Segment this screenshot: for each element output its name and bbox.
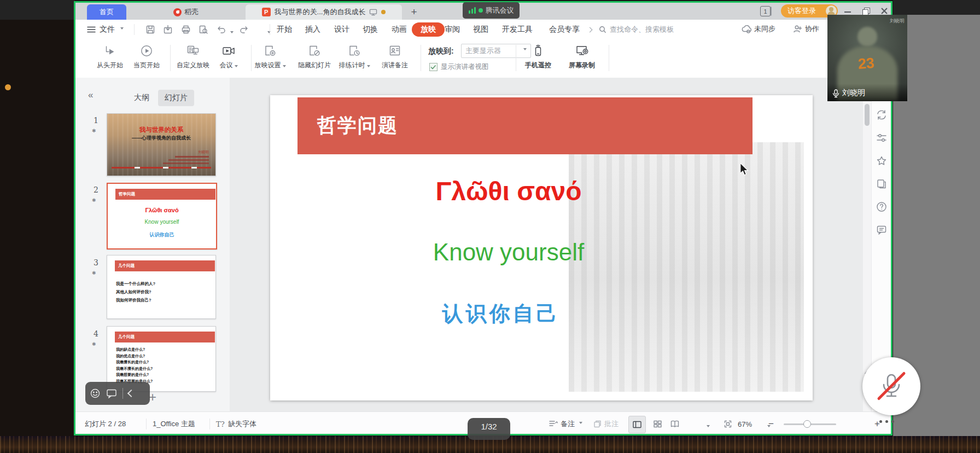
slide-1-animation-icon: ✱ [92, 128, 96, 133]
meeting-reaction-bar[interactable] [85, 382, 150, 405]
collapse-panel-button[interactable]: « [88, 90, 93, 101]
new-tab-button[interactable]: + [406, 4, 422, 20]
zoom-level[interactable]: 67% [738, 412, 752, 435]
chat-icon[interactable] [106, 388, 117, 398]
adjust-sliders-icon[interactable] [876, 132, 887, 143]
comments-button-disabled[interactable]: 批注 [593, 412, 619, 435]
help-icon[interactable] [876, 201, 887, 212]
window-count-badge[interactable]: 1 [760, 6, 771, 16]
view-normal-button-active[interactable] [628, 416, 646, 433]
more-options-dots-icon[interactable] [879, 420, 894, 423]
tab-slides-active[interactable]: 幻灯片 [158, 90, 194, 106]
rehearse-clock-icon [347, 44, 361, 58]
participant-video-tile[interactable]: 23 刘晓明 刘晓明 [827, 15, 907, 101]
hide-slide-icon [307, 44, 322, 58]
ribbon-tab-member[interactable]: 会员专享 [549, 20, 580, 39]
chevron-right-icon[interactable] [587, 27, 593, 33]
ribbon-tab-slideshow-active[interactable]: 放映 [412, 22, 445, 37]
label: 演讲备注 [382, 61, 408, 70]
speaker-notes-button[interactable]: 演讲备注 [375, 44, 415, 70]
copy-pages-icon[interactable] [876, 178, 887, 189]
command-search[interactable]: 查找命令、搜索模板 [599, 24, 736, 35]
view-options-chevron-icon[interactable] [707, 425, 710, 429]
search-icon [599, 26, 606, 33]
tab-outline[interactable]: 大纲 [127, 90, 156, 106]
undo-icon[interactable] [217, 25, 226, 34]
minimize-button[interactable] [843, 7, 852, 15]
slide-english-text[interactable]: Know yourself [270, 239, 747, 266]
emoji-reaction-icon[interactable] [90, 388, 101, 399]
slide-1-title: 我与世界的关系 [107, 126, 215, 134]
play-from-beginning-button[interactable]: 从头开始 [89, 44, 131, 70]
collaborate-button[interactable]: 协作 [793, 24, 819, 34]
tab-docer-label: 稻壳 [184, 7, 199, 17]
right-top-corner [893, 0, 980, 15]
zoom-out-button[interactable]: − [768, 412, 774, 435]
tab-document[interactable]: P 我与世界的关...角的自我成长 [246, 4, 402, 20]
slide-2-thumbnail-selected[interactable]: 哲学问题 Γλῶθι σανό Know yourself 认识你自己 [107, 183, 217, 249]
mute-toggle-button[interactable] [862, 357, 920, 415]
view-grid-button[interactable] [649, 416, 666, 432]
theme-name[interactable]: 1_Office 主题 [153, 412, 195, 435]
canvas-scrollbar[interactable] [863, 78, 871, 411]
display-target-dropdown[interactable]: 主要显示器 [461, 44, 531, 58]
presenter-view-checkbox[interactable]: 显示演讲者视图 [429, 62, 489, 72]
ribbon-tab-insert[interactable]: 插入 [305, 20, 320, 39]
missing-font-badge-icon: T? [216, 412, 225, 435]
hide-slide-button[interactable]: 隐藏幻灯片 [294, 44, 335, 70]
ribbon-tab-view[interactable]: 视图 [473, 20, 488, 39]
custom-show-button[interactable]: 自定义放映 [171, 44, 215, 70]
rehearse-timing-button[interactable]: 排练计时 [334, 44, 375, 70]
slideshow-toolbar: 从头开始 当页开始 自定义放映 会议 放映设置 隐藏幻灯片 [75, 39, 891, 78]
missing-font-warning[interactable]: 缺失字体 [228, 412, 256, 435]
ribbon-tab-review[interactable]: 审阅 [445, 20, 460, 39]
speaker-notes-icon [388, 44, 402, 58]
ribbon-tab-design[interactable]: 设计 [334, 20, 349, 39]
credit-line [163, 162, 209, 164]
undo-options-chevron-icon[interactable] [230, 31, 234, 35]
tab-home[interactable]: 首页 [87, 4, 126, 20]
save-icon[interactable] [145, 25, 155, 34]
notes-button[interactable]: 备注 [549, 412, 582, 435]
slide-title-banner[interactable]: 哲学问题 [298, 97, 752, 154]
zoom-slider-knob[interactable] [803, 420, 811, 428]
print-icon[interactable] [181, 25, 191, 34]
slide-3-thumbnail[interactable]: 几个问题 我是一个什么样的人? 其他人如何评价我? 我如何评价我自己? [107, 255, 216, 319]
ribbon-tab-devtools[interactable]: 开发工具 [502, 20, 533, 39]
sync-status[interactable]: 未同步 [741, 24, 775, 34]
sync-share-icon[interactable] [876, 109, 887, 120]
file-menu[interactable]: 文件 [87, 20, 124, 39]
meeting-floating-bar[interactable]: 腾讯会议 [463, 2, 520, 19]
label: 会议 [220, 61, 238, 70]
fit-to-window-button[interactable] [721, 416, 734, 432]
output-icon[interactable] [163, 25, 173, 34]
phone-remote-button[interactable]: 手机遥控 [521, 44, 555, 70]
feedback-bubble-icon[interactable] [876, 224, 887, 235]
slide-chinese-text[interactable]: 认识你自己 [270, 300, 732, 328]
ribbon-tab-animation[interactable]: 动画 [392, 20, 407, 39]
zoom-in-button[interactable]: + [874, 412, 880, 435]
close-button[interactable] [880, 7, 889, 15]
slide-2-thumb-greek: Γλῶθι σανό [108, 207, 216, 213]
collapse-bar-chevron-icon[interactable] [127, 390, 135, 397]
print-preview-icon[interactable] [199, 25, 208, 34]
scrollbar-thumb[interactable] [865, 104, 870, 126]
slide-1-thumbnail[interactable]: 我与世界的关系 ——心理学视角的自我成长 刘晓明 [107, 113, 216, 176]
favorite-star-icon[interactable] [876, 155, 887, 166]
redo-icon[interactable] [239, 25, 249, 34]
view-reading-button[interactable] [667, 416, 683, 432]
meeting-button[interactable]: 会议 [213, 44, 244, 70]
restore-button[interactable] [861, 7, 870, 15]
current-slide[interactable]: 哲学问题 Γλῶθι σανό Know yourself 认识你自己 [270, 95, 813, 400]
play-from-current-button[interactable]: 当页开始 [127, 44, 166, 70]
screen-record-button[interactable]: 屏幕录制 [565, 44, 599, 70]
slide-greek-text[interactable]: Γλῶθι σανό [270, 176, 747, 206]
tab-docer[interactable]: 稻壳 [162, 4, 209, 20]
zoom-slider[interactable] [784, 423, 836, 425]
add-slide-button[interactable]: + [149, 390, 156, 405]
ribbon-tab-start[interactable]: 开始 [277, 20, 292, 39]
show-settings-button[interactable]: 放映设置 [249, 44, 291, 70]
ribbon-tab-transition[interactable]: 切换 [363, 20, 378, 39]
annotation-dot[interactable] [5, 84, 11, 90]
view-reading-icon [670, 420, 680, 428]
